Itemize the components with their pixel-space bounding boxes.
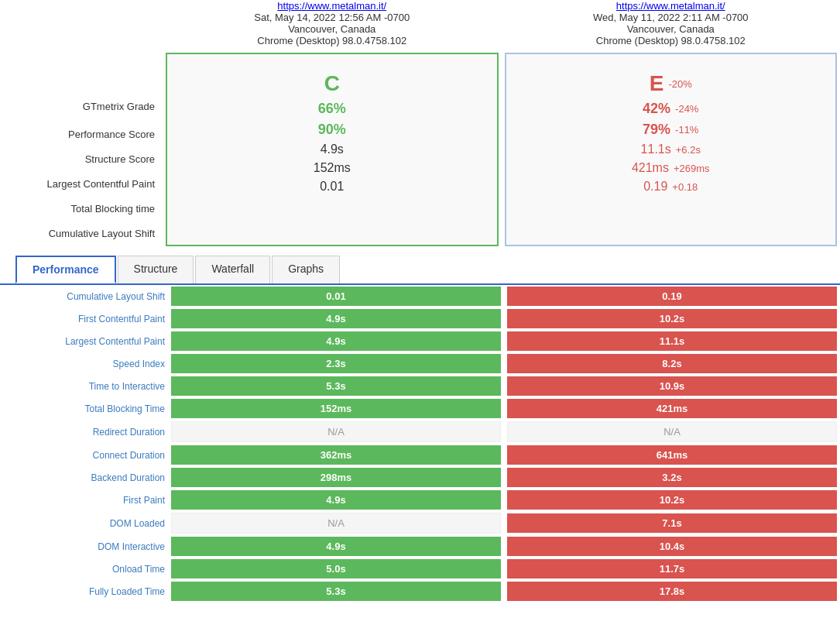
right-tbt-diff: +269ms <box>674 163 710 174</box>
tab-structure[interactable]: Structure <box>118 256 194 283</box>
metric-label: First Contentful Paint <box>0 307 168 330</box>
label-performance-score: Performance Score <box>0 122 155 147</box>
right-bar: 10.4s <box>507 537 837 556</box>
left-scorecard: C 66% 90% 4.9s 152ms 0.01 <box>166 53 499 246</box>
right-tbt: 421ms <box>632 161 669 175</box>
left-bar: 5.3s <box>171 582 501 601</box>
table-row: Backend Duration298ms3.2s <box>0 466 840 489</box>
left-bar-cell: 2.3s <box>168 352 504 375</box>
table-row: DOM LoadedN/A7.1s <box>0 511 840 535</box>
left-bar: N/A <box>171 513 501 534</box>
left-browser: Chrome (Desktop) 98.0.4758.102 <box>257 35 406 46</box>
left-bar-cell: 0.01 <box>168 285 504 307</box>
table-row: First Contentful Paint4.9s10.2s <box>0 307 840 330</box>
table-row: First Paint4.9s10.2s <box>0 489 840 511</box>
label-structure-score: Structure Score <box>0 147 155 172</box>
right-lcp-diff: +6.2s <box>676 144 701 156</box>
left-bar-cell: 152ms <box>168 397 504 420</box>
label-cls: Cumulative Layout Shift <box>0 221 155 246</box>
right-url-link[interactable]: https://www.metalman.it/ <box>616 0 725 12</box>
table-row: Time to Interactive5.3s10.9s <box>0 375 840 397</box>
metric-label: Largest Contentful Paint <box>0 330 168 352</box>
left-bar: 4.9s <box>171 490 501 510</box>
right-location: Vancouver, Canada <box>627 23 715 35</box>
left-bar: 5.3s <box>171 376 501 396</box>
tab-graphs[interactable]: Graphs <box>272 256 340 283</box>
right-bar-cell: 8.2s <box>504 352 840 375</box>
right-bar-cell: 17.8s <box>504 580 840 603</box>
right-bar-cell: 641ms <box>504 444 840 466</box>
right-bar: 3.2s <box>507 468 837 487</box>
left-bar-cell: N/A <box>168 420 504 444</box>
right-bar-cell: N/A <box>504 420 840 444</box>
left-bar-cell: 5.3s <box>168 580 504 603</box>
right-bar-cell: 0.19 <box>504 285 840 307</box>
right-bar: 421ms <box>507 399 837 418</box>
left-bar-cell: 5.0s <box>168 558 504 580</box>
left-bar-cell: 362ms <box>168 444 504 466</box>
right-bar-cell: 10.2s <box>504 307 840 330</box>
label-tbt: Total Blocking time <box>0 197 155 221</box>
right-performance-diff: -24% <box>675 103 698 115</box>
left-bar: 0.01 <box>171 287 501 306</box>
left-lcp: 4.9s <box>321 142 344 156</box>
tab-bar: Performance Structure Waterfall Graphs <box>0 256 840 285</box>
metric-label: Connect Duration <box>0 444 168 466</box>
right-bar: 11.1s <box>507 331 837 351</box>
table-row: Speed Index2.3s8.2s <box>0 352 840 375</box>
table-row: Largest Contentful Paint4.9s11.1s <box>0 330 840 352</box>
table-row: Redirect DurationN/AN/A <box>0 420 840 444</box>
right-bar: 11.7s <box>507 559 837 578</box>
left-bar-cell: 5.3s <box>168 375 504 397</box>
metric-label: Onload Time <box>0 558 168 580</box>
left-bar: 4.9s <box>171 331 501 351</box>
metric-label: DOM Interactive <box>0 535 168 558</box>
right-bar-cell: 11.7s <box>504 558 840 580</box>
left-bar: 4.9s <box>171 309 501 328</box>
left-performance: 66% <box>318 101 346 117</box>
right-bar-cell: 10.4s <box>504 535 840 558</box>
metric-label: Speed Index <box>0 352 168 375</box>
right-grade: E <box>650 71 664 96</box>
right-structure-diff: -11% <box>675 124 698 136</box>
right-bar-cell: 11.1s <box>504 330 840 352</box>
table-row: Connect Duration362ms641ms <box>0 444 840 466</box>
table-row: DOM Interactive4.9s10.4s <box>0 535 840 558</box>
right-bar: 641ms <box>507 445 837 465</box>
right-bar: 8.2s <box>507 354 837 373</box>
left-bar-cell: N/A <box>168 511 504 535</box>
metric-label: First Paint <box>0 489 168 511</box>
right-bar-cell: 3.2s <box>504 466 840 489</box>
tab-waterfall[interactable]: Waterfall <box>195 256 270 283</box>
label-gtmetrix-grade: GTmetrix Grade <box>0 91 155 122</box>
right-url-col: https://www.metalman.it/ Wed, May 11, 20… <box>502 0 841 46</box>
left-url-link[interactable]: https://www.metalman.it/ <box>277 0 386 12</box>
left-bar: 362ms <box>171 445 501 465</box>
left-bar: N/A <box>171 421 501 442</box>
right-bar-cell: 10.9s <box>504 375 840 397</box>
left-bar: 298ms <box>171 468 501 487</box>
metric-label: Cumulative Layout Shift <box>0 285 168 307</box>
right-bar-cell: 421ms <box>504 397 840 420</box>
table-row: Total Blocking Time152ms421ms <box>0 397 840 420</box>
right-bar: N/A <box>507 421 837 442</box>
right-bar: 10.2s <box>507 309 837 328</box>
table-row: Onload Time5.0s11.7s <box>0 558 840 580</box>
left-bar: 2.3s <box>171 354 501 373</box>
right-performance: 42% <box>643 101 670 117</box>
tab-performance[interactable]: Performance <box>15 256 116 283</box>
left-location: Vancouver, Canada <box>288 23 375 35</box>
left-bar-cell: 4.9s <box>168 489 504 511</box>
right-bar: 10.2s <box>507 490 837 510</box>
table-row: Fully Loaded Time5.3s17.8s <box>0 580 840 603</box>
metric-label: Backend Duration <box>0 466 168 489</box>
right-grade-diff: -20% <box>668 78 691 90</box>
right-bar: 0.19 <box>507 287 837 306</box>
metric-label: Fully Loaded Time <box>0 580 168 603</box>
left-tbt: 152ms <box>314 161 351 175</box>
metric-label: Time to Interactive <box>0 375 168 397</box>
right-lcp: 11.1s <box>641 142 671 156</box>
metric-label: Redirect Duration <box>0 420 168 444</box>
left-bar-cell: 298ms <box>168 466 504 489</box>
right-structure: 79% <box>643 122 670 138</box>
